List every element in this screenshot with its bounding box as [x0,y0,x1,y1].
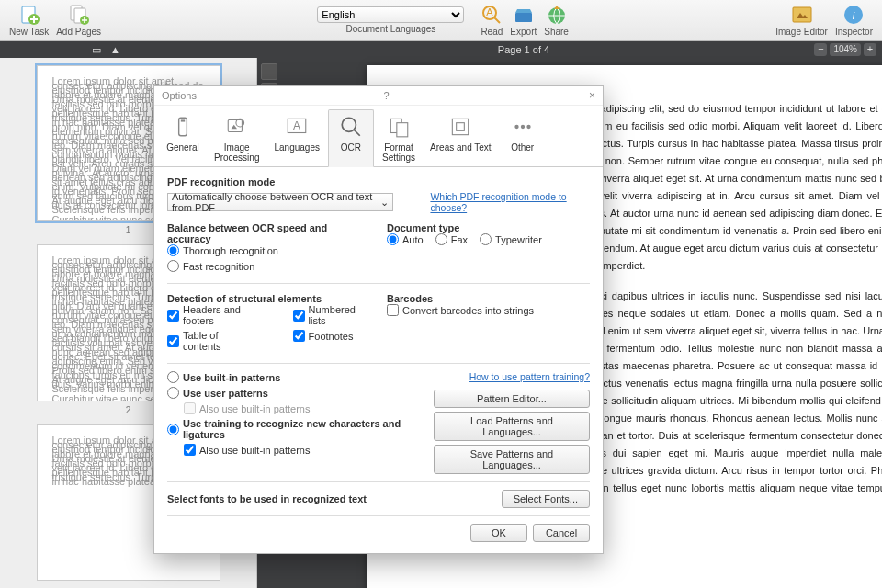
save-patterns-button[interactable]: Save Patterns and Languages... [434,445,590,474]
svg-rect-14 [228,119,242,131]
doc-type-heading: Document type [387,222,590,233]
tab-other[interactable]: Other [500,109,546,167]
ok-button[interactable]: OK [470,524,527,542]
doc-language-select[interactable]: English [317,6,464,23]
image-editor-label: Image Editor [775,27,828,37]
export-button[interactable]: Export [510,4,537,37]
fonts-heading: Select fonts to be used in recognized te… [167,493,367,504]
inspector-button[interactable]: i Inspector [835,4,873,37]
tab-image-processing[interactable]: Image Processing [208,109,266,167]
share-icon [546,4,568,26]
warn-icon[interactable]: ▲ [110,44,120,56]
new-task-icon [18,4,40,26]
radio-training[interactable]: Use training to recognize new characters… [167,418,434,440]
doc-language-label: Document Languages [345,24,435,34]
chk-also-builtin-1: Also use built-in patterns [184,402,434,414]
cancel-button[interactable]: Cancel [533,524,590,542]
select-fonts-button[interactable]: Select Fonts... [502,490,590,508]
pattern-editor-button[interactable]: Pattern Editor... [434,390,590,408]
tab-format-settings[interactable]: Format Settings [376,109,422,167]
format-icon [386,114,412,140]
radio-fax[interactable]: Fax [435,233,468,245]
zoom-value[interactable]: 104% [830,43,861,56]
pdf-mode-select[interactable]: Automatically choose between OCR and tex… [167,193,393,211]
vtool-1[interactable] [261,63,277,80]
top-toolbar: New Task Add Pages English Document Lang… [0,0,882,41]
svg-rect-22 [457,123,465,131]
thumbnail-2-number: 2 [126,405,131,415]
inspector-label: Inspector [835,27,873,37]
pdf-mode-help-link[interactable]: Which PDF recognition mode to choose? [430,191,590,213]
radio-fast[interactable]: Fast recognition [167,260,254,272]
radio-builtin-patterns[interactable]: Use built-in patterns [167,371,434,383]
pdf-mode-heading: PDF recognition mode [167,176,590,187]
read-label: Read [481,27,503,37]
struct-heading: Detection of structural elements [167,293,370,304]
add-pages-icon [68,4,90,26]
page-mode-icon[interactable]: ▭ [92,44,101,56]
thumbnail-1-number: 1 [126,225,131,235]
dialog-title: Options [162,90,197,101]
radio-auto[interactable]: Auto [387,233,424,245]
svg-point-18 [342,118,356,131]
load-patterns-button[interactable]: Load Patterns and Languages... [434,412,590,441]
export-label: Export [510,27,537,37]
zoom-out-button[interactable]: − [814,43,827,56]
chk-also-builtin-2[interactable]: Also use built-in patterns [184,444,434,456]
document-header-bar: ▭ ▲ Page 1 of 4 − 104% + [0,41,882,58]
tab-ocr[interactable]: OCR [328,109,374,167]
svg-rect-21 [453,119,469,134]
tab-areas-text[interactable]: Areas and Text [424,109,498,167]
svg-text:A: A [293,119,300,132]
svg-point-24 [520,125,524,129]
barcodes-heading: Barcodes [387,293,590,304]
chk-headers[interactable]: Headers and footers [167,304,256,326]
chk-barcodes[interactable]: Convert barcodes into strings [387,304,534,316]
languages-icon: A [284,114,310,140]
new-task-button[interactable]: New Task [9,4,49,37]
general-icon [170,114,196,140]
svg-point-25 [526,125,530,129]
pattern-training-link[interactable]: How to use pattern training? [434,371,590,382]
radio-typewriter[interactable]: Typewriter [480,233,542,245]
share-button[interactable]: Share [544,4,569,37]
tab-languages[interactable]: ALanguages [267,109,326,167]
chk-numbered[interactable]: Numbered lists [293,304,361,326]
svg-rect-13 [181,119,185,121]
areas-icon [447,114,473,140]
close-icon[interactable]: × [589,89,595,102]
new-task-label: New Task [9,27,49,37]
options-dialog: Options ? × General Image Processing ALa… [153,85,604,554]
balance-heading: Balance between OCR speed and accuracy [167,222,370,244]
help-icon[interactable]: ? [383,90,389,101]
radio-user-patterns[interactable]: Use user patterns [167,387,434,399]
chk-footnotes[interactable]: Footnotes [293,330,354,342]
chevron-down-icon: ⌄ [380,197,389,209]
svg-rect-9 [793,7,811,22]
read-button[interactable]: A Read [481,4,503,37]
zoom-in-button[interactable]: + [864,43,876,56]
magnifier-icon: A [481,4,503,26]
svg-text:A: A [487,6,494,17]
add-pages-label: Add Pages [56,27,101,37]
tab-general[interactable]: General [160,109,206,167]
image-editor-icon [791,4,813,26]
svg-rect-7 [515,13,532,22]
info-icon: i [842,4,865,26]
options-tabs: General Image Processing ALanguages OCR … [154,106,603,167]
page-indicator: Page 1 of 4 [257,44,790,55]
image-editor-button[interactable]: Image Editor [775,4,828,37]
svg-rect-20 [397,123,408,137]
export-icon [513,4,535,26]
radio-thorough[interactable]: Thorough recognition [167,244,278,256]
add-pages-button[interactable]: Add Pages [56,4,101,37]
svg-point-23 [514,125,518,129]
doc-language-group: English Document Languages [317,6,464,34]
more-icon [510,114,536,140]
ocr-icon [338,114,364,140]
chk-toc[interactable]: Table of contents [167,330,256,352]
share-label: Share [544,27,569,37]
image-processing-icon [224,114,250,140]
